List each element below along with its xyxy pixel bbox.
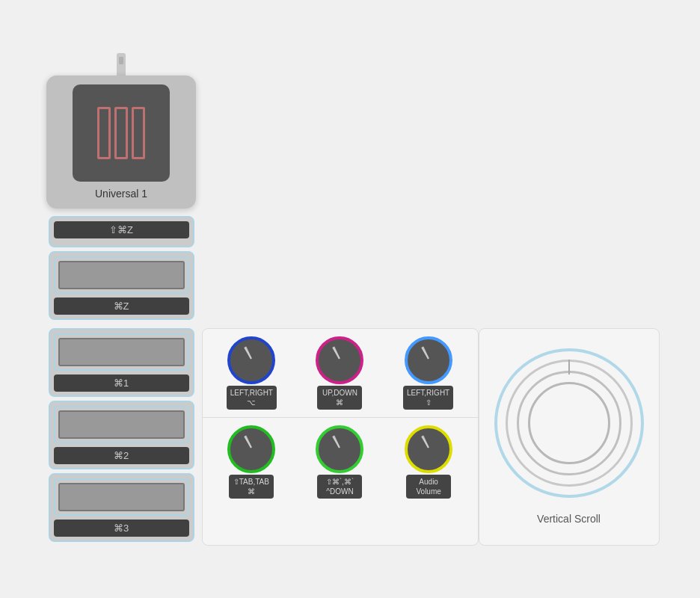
page-container: Universal 1 ⇧⌘Z ⌘Z (26, 38, 675, 561)
bar-2 (114, 107, 128, 159)
device-column: Universal 1 ⇧⌘Z ⌘Z (41, 53, 202, 324)
knob-label-lr-shift: LEFT,RIGHT ⇧ (403, 386, 453, 410)
key-label-cmd2[interactable]: ⌘2 (54, 447, 189, 464)
knob-label-lr-alt: LEFT,RIGHT ⌥ (227, 386, 277, 410)
key-slot-redo: ⇧⌘Z (49, 216, 194, 247)
key-slot-cmd3-inner (54, 478, 189, 516)
knob-label-tab-cmd: ⇧TAB,TAB ⌘ (229, 475, 274, 499)
key-slot-cmd3-rect (58, 483, 185, 511)
knob-tab-cmd[interactable]: ⇧TAB,TAB ⌘ (227, 425, 275, 499)
knob-left-right-shift[interactable]: LEFT,RIGHT ⇧ (403, 336, 453, 410)
key-slot-cmd1-inner (54, 333, 189, 371)
key-slot-cmd3: ⌘3 (49, 473, 194, 542)
bar-1 (97, 107, 111, 159)
key-slot-cmd2: ⌘2 (49, 401, 194, 469)
key-slot-cmd1-rect (58, 338, 185, 366)
knob-circle-blue-light (405, 336, 452, 384)
scroll-label: Vertical Scroll (537, 513, 601, 525)
knobs-top-row: LEFT,RIGHT ⌥ UP,DOWN ⌘ LEFT,RIGHT ⇧ (203, 329, 478, 418)
knob-circle-yellow (405, 425, 452, 473)
key-slot-cmd2-rect (58, 410, 185, 439)
bottom-keys-column: ⌘1 ⌘2 ⌘3 (41, 328, 202, 546)
knob-circle-green (227, 425, 275, 473)
ring-4 (528, 382, 610, 464)
knobs-panel: LEFT,RIGHT ⌥ UP,DOWN ⌘ LEFT,RIGHT ⇧ (202, 328, 479, 546)
knobs-bottom-row: ⇧TAB,TAB ⌘ ⇧⌘`,⌘` ^DOWN Audio Volume (203, 418, 478, 506)
key-slot-group-top: ⇧⌘Z ⌘Z (49, 216, 194, 324)
key-label-cmd3[interactable]: ⌘3 (54, 520, 189, 537)
scroll-panel[interactable]: Vertical Scroll (479, 328, 660, 546)
ring-tick (568, 360, 570, 374)
knob-audio-volume[interactable]: Audio Volume (405, 425, 452, 499)
knob-backtick-down[interactable]: ⇧⌘`,⌘` ^DOWN (316, 425, 363, 499)
key-slot-cmd2-inner (54, 406, 189, 443)
bottom-row: ⌘1 ⌘2 ⌘3 (41, 328, 660, 546)
bars-icon (97, 107, 145, 159)
knob-circle-pink (316, 336, 363, 384)
key-label-cmd1[interactable]: ⌘1 (54, 374, 189, 392)
knob-left-right-alt[interactable]: LEFT,RIGHT ⌥ (227, 336, 277, 410)
key-slot-undo-inner (54, 256, 189, 294)
knob-label-volume: Audio Volume (406, 475, 451, 499)
top-right-spacer (202, 53, 583, 324)
knob-circle-blue (227, 336, 275, 384)
key-label-redo[interactable]: ⇧⌘Z (54, 221, 189, 238)
device-icon-box (73, 84, 170, 182)
top-row: Universal 1 ⇧⌘Z ⌘Z (41, 53, 660, 324)
device-name: Universal 1 (95, 188, 147, 200)
knob-up-down-cmd[interactable]: UP,DOWN ⌘ (316, 336, 363, 410)
bar-3 (132, 107, 145, 159)
key-slot-cmd1: ⌘1 (49, 328, 194, 397)
scroll-rings (494, 348, 644, 498)
device-card[interactable]: Universal 1 (46, 75, 196, 209)
knob-label-backtick: ⇧⌘`,⌘` ^DOWN (317, 475, 362, 499)
knob-circle-green2 (316, 425, 363, 473)
usb-connector (117, 53, 126, 75)
knob-label-ud-cmd: UP,DOWN ⌘ (317, 386, 362, 410)
key-slot-undo-rect (58, 261, 185, 289)
key-label-undo[interactable]: ⌘Z (54, 298, 189, 315)
key-slot-undo: ⌘Z (49, 251, 194, 320)
